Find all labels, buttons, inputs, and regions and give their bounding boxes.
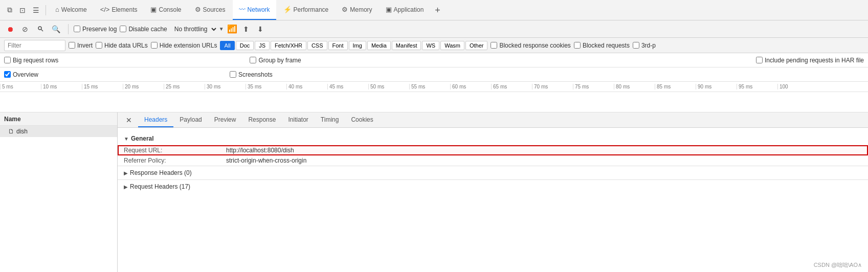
preserve-log-label[interactable]: Preserve log <box>74 26 117 33</box>
overview-checkbox[interactable] <box>4 71 11 78</box>
devtools-tabs-bar: ⧉ ⊡ ☰ ⌂ Welcome </> Elements ▣ Console ⚙… <box>0 0 868 20</box>
name-header-text: Name <box>4 116 21 123</box>
type-filter-btn-manifest[interactable]: Manifest <box>392 41 421 50</box>
request-url-row: Request URL: http://localhost:8080/dish <box>118 145 868 155</box>
disable-cache-checkbox[interactable] <box>120 26 126 32</box>
filter-input[interactable] <box>4 40 65 51</box>
tab-preview[interactable]: Preview <box>208 113 242 127</box>
tab-payload[interactable]: Payload <box>173 113 208 127</box>
download-icon[interactable]: ⬇ <box>255 24 266 35</box>
timeline-tick: 70 ms <box>532 84 573 89</box>
tab-performance[interactable]: ⚡ Performance <box>277 0 335 20</box>
invert-checkbox[interactable] <box>69 42 75 49</box>
include-pending-label[interactable]: Include pending requests in HAR file <box>756 57 864 64</box>
type-filter-btn-wasm[interactable]: Wasm <box>440 41 464 50</box>
tab-timing[interactable]: Timing <box>315 113 345 127</box>
network-icon: 〰 <box>239 6 246 13</box>
timeline-tick: 80 ms <box>614 84 655 89</box>
blocked-requests-label[interactable]: Blocked requests <box>574 42 630 49</box>
type-filter-btn-all[interactable]: All <box>220 41 234 50</box>
screenshots-label[interactable]: Screenshots <box>230 71 273 78</box>
tab-cookies[interactable]: Cookies <box>345 113 379 127</box>
referrer-policy-value: strict-origin-when-cross-origin <box>220 155 868 166</box>
timeline-tick: 90 ms <box>696 84 737 89</box>
big-request-rows-label[interactable]: Big request rows <box>4 57 58 64</box>
throttle-arrow: ▼ <box>219 26 224 32</box>
tab-console[interactable]: ▣ Console <box>144 0 187 20</box>
blocked-requests-checkbox[interactable] <box>574 42 581 49</box>
throttle-select[interactable]: No throttling <box>170 24 218 34</box>
tab-memory[interactable]: ⚙ Memory <box>336 0 378 20</box>
type-filter-btn-img[interactable]: Img <box>349 41 366 50</box>
options-row-2: Overview Screenshots <box>0 67 868 82</box>
request-url-value: http://localhost:8080/dish <box>220 145 868 155</box>
tab-initiator[interactable]: Initiator <box>282 113 314 127</box>
options-row-1: Big request rows Group by frame Include … <box>0 53 868 67</box>
hide-extension-urls-checkbox[interactable] <box>151 42 158 49</box>
type-filter-btn-other[interactable]: Other <box>465 41 488 50</box>
add-tab-button[interactable]: + <box>431 4 444 17</box>
general-section-header[interactable]: ▼ General <box>118 132 868 145</box>
performance-icon: ⚡ <box>283 6 292 13</box>
timeline-tick: 60 ms <box>450 84 491 89</box>
screenshots-text: Screenshots <box>238 71 273 78</box>
tab-sources[interactable]: ⚙ Sources <box>189 0 232 20</box>
tab-welcome[interactable]: ⌂ Welcome <box>49 0 93 20</box>
tab-headers[interactable]: Headers <box>138 113 173 127</box>
timeline-tick: 55 ms <box>409 84 450 89</box>
response-headers-section[interactable]: ▶ Response Headers (0) <box>118 166 868 179</box>
split-icon[interactable]: ⊡ <box>16 4 29 16</box>
blocked-cookies-checkbox[interactable] <box>491 42 497 49</box>
third-party-checkbox[interactable] <box>633 42 639 49</box>
tab-network[interactable]: 〰 Network <box>233 0 276 20</box>
group-by-frame-checkbox[interactable] <box>250 57 256 63</box>
timeline-tick: 30 ms <box>205 84 246 89</box>
tab-elements[interactable]: </> Elements <box>94 0 144 20</box>
preserve-log-checkbox[interactable] <box>74 26 80 32</box>
record-button[interactable]: ⏺ <box>4 24 16 35</box>
tab-response[interactable]: Response <box>242 113 282 127</box>
clear-button[interactable]: ⊘ <box>19 24 31 35</box>
blocked-cookies-text: Blocked response cookies <box>499 42 570 49</box>
type-filter-btn-doc[interactable]: Doc <box>236 41 254 50</box>
search-button[interactable]: 🔍 <box>49 24 63 35</box>
wifi-icon: 📶 <box>227 24 237 34</box>
timeline-tick: 40 ms <box>286 84 327 89</box>
tab-network-label: Network <box>248 6 270 13</box>
general-label: General <box>131 135 154 142</box>
include-pending-text: Include pending requests in HAR file <box>765 57 864 64</box>
request-url-label: Request URL: <box>118 145 220 155</box>
type-filter-btn-css[interactable]: CSS <box>307 41 327 50</box>
overview-label[interactable]: Overview <box>4 71 38 78</box>
timeline-tick: 15 ms <box>82 84 123 89</box>
tab-application[interactable]: ▣ Application <box>380 0 430 20</box>
invert-label[interactable]: Invert <box>69 42 93 49</box>
type-filter-btn-js[interactable]: JS <box>255 41 270 50</box>
type-filter-btn-media[interactable]: Media <box>367 41 391 50</box>
general-arrow-icon: ▼ <box>124 136 129 142</box>
group-by-frame-label[interactable]: Group by frame <box>250 57 301 64</box>
request-headers-section[interactable]: ▶ Request Headers (17) <box>118 179 868 193</box>
timeline-tick: 20 ms <box>123 84 164 89</box>
type-filter-btn-fetch/xhr[interactable]: Fetch/XHR <box>271 41 306 50</box>
type-filter-btn-ws[interactable]: WS <box>422 41 439 50</box>
disable-cache-label[interactable]: Disable cache <box>120 26 167 33</box>
blocked-cookies-label[interactable]: Blocked response cookies <box>491 42 570 49</box>
drawer-icon[interactable]: ☰ <box>30 4 42 16</box>
hide-extension-urls-label[interactable]: Hide extension URLs <box>151 42 217 49</box>
big-request-rows-checkbox[interactable] <box>4 57 11 63</box>
throttle-container: No throttling ▼ <box>170 24 224 34</box>
timeline-tick: 85 ms <box>655 84 696 89</box>
request-row-dish[interactable]: 🗋 dish <box>0 126 117 137</box>
upload-icon[interactable]: ⬆ <box>240 24 252 35</box>
dock-icon[interactable]: ⧉ <box>4 4 15 16</box>
close-panel-button[interactable]: ✕ <box>122 114 136 126</box>
right-panel: ✕ Headers Payload Preview Response Initi… <box>118 112 868 272</box>
network-toolbar: ⏺ ⊘ 🔍 Preserve log Disable cache No thro… <box>0 20 868 38</box>
third-party-label[interactable]: 3rd-p <box>633 42 656 49</box>
hide-data-urls-label[interactable]: Hide data URLs <box>96 42 148 49</box>
include-pending-checkbox[interactable] <box>756 57 763 63</box>
screenshots-checkbox[interactable] <box>230 71 236 78</box>
type-filter-btn-font[interactable]: Font <box>328 41 348 50</box>
hide-data-urls-checkbox[interactable] <box>96 42 102 49</box>
